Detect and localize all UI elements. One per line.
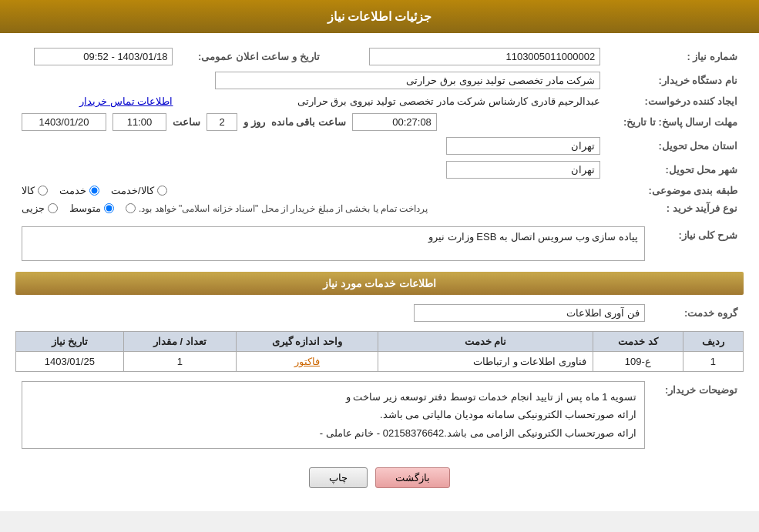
radio-kala-khadamat[interactable] [157, 186, 167, 196]
service-group-table: گروه خدمت: فن آوری اطلاعات [15, 301, 744, 325]
deadline-days: 2 [219, 116, 224, 128]
category-radio-group: کالا/خدمت خدمت کالا [22, 185, 600, 196]
city-text: تهران [571, 164, 595, 176]
deadline-row: 00:27:08 ساعت باقی مانده روز و 2 ساعت 11… [15, 110, 606, 134]
days-label: روز و [243, 116, 265, 128]
cell-service-code: ع-109 [593, 352, 683, 372]
purchase-type-motavaset[interactable]: متوسط [69, 202, 114, 214]
service-group-label: گروه خدمت: [651, 301, 744, 325]
deadline-remaining-box: 00:27:08 [352, 113, 437, 131]
row-service-group: گروه خدمت: فن آوری اطلاعات [15, 301, 744, 325]
need-number-label: شماره نیاز : [606, 45, 744, 69]
need-number-value: 1103005011000002 [343, 45, 606, 69]
unit-link[interactable]: فاکتور [294, 356, 320, 367]
services-section-header: اطلاعات خدمات مورد نیاز [15, 272, 744, 295]
cell-row-num: 1 [683, 352, 743, 372]
announcement-box: 1403/01/18 - 09:52 [34, 48, 173, 65]
city-value: تهران [15, 158, 606, 182]
category-option-kala[interactable]: کالا [22, 185, 48, 196]
buyer-org-box: شرکت مادر تخصصی تولید نیروی برق حرارتی [215, 72, 600, 89]
row-buyer-org: نام دستگاه خریدار: شرکت مادر تخصصی تولید… [15, 69, 744, 92]
contact-link[interactable]: اطلاعات تماس خریدار [79, 95, 173, 107]
row-purchase-type: نوع فرآیند خرید : پرداخت تمام یا بخشی از… [15, 199, 744, 217]
general-desc-value: پیاده سازی وب سرویس اتصال به ESB وزارت ن… [15, 223, 651, 264]
row-deadline: مهلت ارسال پاسخ: تا تاریخ: 00:27:08 ساعت… [15, 110, 744, 134]
service-group-value: فن آوری اطلاعات [15, 301, 651, 325]
cell-unit: فاکتور [236, 352, 378, 372]
announcement-label: تاریخ و ساعت اعلان عمومی: [179, 45, 342, 69]
radio-jozi[interactable] [48, 203, 58, 213]
cell-service-name: فناوری اطلاعات و ارتباطات [378, 352, 593, 372]
footer-buttons: بازگشت چاپ [15, 458, 744, 500]
row-category: طبقه بندی موضوعی: کالا/خدمت خدمت [15, 182, 744, 199]
category-option-kala-khadamat[interactable]: کالا/خدمت [111, 185, 167, 196]
main-content: شماره نیاز : 1103005011000002 تاریخ و سا… [0, 33, 759, 511]
province-label: استان محل تحویل: [606, 134, 744, 158]
deadline-date: 1403/01/20 [39, 116, 89, 128]
time-label: ساعت [173, 116, 200, 128]
need-number-box: 1103005011000002 [369, 48, 600, 65]
creator-value: عبدالرحیم قادری کارشناس شرکت مادر تخصصی … [179, 92, 606, 110]
category-option-khadamat[interactable]: خدمت [59, 185, 99, 196]
row-city: شهر محل تحویل: تهران [15, 158, 744, 182]
need-number-text: 1103005011000002 [505, 51, 595, 62]
city-label: شهر محل تحویل: [606, 158, 744, 182]
row-buyer-desc: توضیحات خریدار: تسویه 1 ماه پس از تایید … [15, 378, 744, 452]
contact-link-cell: اطلاعات تماس خریدار [15, 92, 179, 110]
note-text: پرداخت تمام یا بخشی از مبلغ خریدار از مح… [139, 203, 428, 214]
page-title: جزئیات اطلاعات نیاز [327, 10, 432, 23]
col-date: تاریخ نیاز [16, 332, 124, 352]
deadline-remaining: 00:27:08 [392, 116, 432, 128]
announcement-text: 1403/01/18 - 09:52 [83, 51, 167, 62]
province-text: تهران [571, 140, 595, 152]
buyer-org-text: شرکت مادر تخصصی تولید نیروی برق حرارتی [406, 75, 595, 86]
province-value: تهران [15, 134, 606, 158]
buyer-desc-box: تسویه 1 ماه پس از تایید انجام خدمات توسط… [22, 381, 645, 449]
category-options: کالا/خدمت خدمت کالا [15, 182, 606, 199]
radio-asnadskhazaneh[interactable] [126, 203, 136, 213]
main-info-table: شماره نیاز : 1103005011000002 تاریخ و سا… [15, 45, 744, 217]
row-creator: ایجاد کننده درخواست: عبدالرحیم قادری کار… [15, 92, 744, 110]
cell-quantity: 1 [123, 352, 236, 372]
col-row-num: ردیف [683, 332, 743, 352]
row-need-number: شماره نیاز : 1103005011000002 تاریخ و سا… [15, 45, 744, 69]
print-button[interactable]: چاپ [309, 467, 368, 488]
page-wrapper: جزئیات اطلاعات نیاز شماره نیاز : 1103005… [0, 0, 759, 511]
creator-text: عبدالرحیم قادری کارشناس شرکت مادر تخصصی … [297, 95, 601, 107]
service-group-box: فن آوری اطلاعات [414, 304, 645, 322]
deadline-label: مهلت ارسال پاسخ: تا تاریخ: [606, 110, 744, 134]
deadline-time-box: 11:00 [113, 113, 166, 131]
col-service-name: نام خدمت [378, 332, 593, 352]
purchase-type-radio-group: پرداخت تمام یا بخشی از مبلغ خریدار از مح… [22, 202, 600, 214]
deadline-date-box: 1403/01/20 [22, 113, 106, 131]
general-desc-label: شرح کلی نیاز: [651, 223, 744, 264]
province-box: تهران [446, 137, 600, 155]
buyer-org-label: نام دستگاه خریدار: [606, 69, 744, 92]
general-desc-text: پیاده سازی وب سرویس اتصال به ESB وزارت ن… [428, 231, 638, 243]
service-group-text: فن آوری اطلاعات [566, 307, 640, 319]
remaining-label: ساعت باقی مانده [271, 116, 346, 128]
buyer-desc-table: توضیحات خریدار: تسویه 1 ماه پس از تایید … [15, 378, 744, 452]
deadline-days-box: 2 [207, 113, 237, 131]
general-desc-table: شرح کلی نیاز: پیاده سازی وب سرویس اتصال … [15, 223, 744, 264]
col-service-code: کد خدمت [593, 332, 683, 352]
cell-date: 1403/01/25 [16, 352, 124, 372]
label-motavaset: متوسط [69, 202, 101, 214]
purchase-type-label: نوع فرآیند خرید : [606, 199, 744, 217]
purchase-type-note: پرداخت تمام یا بخشی از مبلغ خریدار از مح… [126, 203, 428, 214]
radio-motavaset[interactable] [104, 203, 114, 213]
buyer-desc-value: تسویه 1 ماه پس از تایید انجام خدمات توسط… [15, 378, 651, 452]
col-unit: واحد اندازه گیری [236, 332, 378, 352]
buyer-desc-label: توضیحات خریدار: [651, 378, 744, 452]
city-box: تهران [446, 161, 600, 179]
buyer-desc-text: تسویه 1 ماه پس از تایید انجام خدمات توسط… [320, 391, 636, 439]
back-button[interactable]: بازگشت [375, 467, 450, 488]
radio-kala[interactable] [38, 186, 48, 196]
services-table-header-row: ردیف کد خدمت نام خدمت واحد اندازه گیری ت… [16, 332, 744, 352]
category-label: طبقه بندی موضوعی: [606, 182, 744, 199]
row-general-desc: شرح کلی نیاز: پیاده سازی وب سرویس اتصال … [15, 223, 744, 264]
deadline-time: 11:00 [127, 116, 153, 128]
label-jozi: جزیی [22, 202, 45, 214]
radio-khadamat[interactable] [89, 186, 99, 196]
purchase-type-jozi[interactable]: جزیی [22, 202, 58, 214]
